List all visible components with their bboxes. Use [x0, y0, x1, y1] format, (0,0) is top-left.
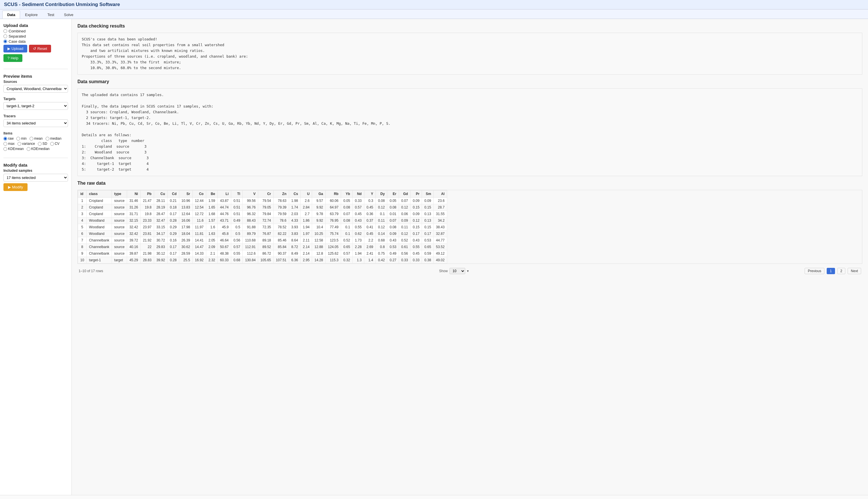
prev-button[interactable]: Previous — [805, 268, 824, 274]
app-title: SCUS - Sediment Contribution Unmixing So… — [4, 2, 864, 8]
items-radio-min[interactable] — [16, 137, 20, 141]
items-radio-max[interactable] — [3, 142, 7, 146]
page-2-button[interactable]: 2 — [837, 268, 846, 274]
included-select[interactable]: 17 items selected — [3, 174, 68, 182]
col-class: class — [87, 191, 112, 198]
main-layout: Upload data Combined Separated Case data… — [0, 19, 868, 495]
col-cd: Cd — [168, 191, 179, 198]
upload-radio-casedata[interactable] — [3, 39, 7, 43]
upload-btn-row: ▶ Upload ↺ Reset ? Help — [3, 45, 68, 62]
items-radio-variance[interactable] — [17, 142, 21, 146]
show-rows: Show 10 25 50 100 ▾ — [439, 268, 469, 274]
upload-options: Combined Separated Case data — [3, 29, 68, 44]
col-yb: Yb — [341, 191, 352, 198]
items-radio-raw[interactable] — [3, 137, 7, 141]
items-section: Items raw min mean median max variance S… — [3, 131, 68, 151]
items-radio-sd[interactable] — [38, 142, 41, 146]
show-label: Show — [439, 269, 448, 273]
modify-section: Modify data Included samples 17 items se… — [3, 162, 68, 191]
help-button[interactable]: ? Help — [3, 54, 22, 62]
nav-tabs: Data Explore Test Solve — [0, 10, 868, 19]
pagination: Previous 1 2 Next — [805, 268, 861, 274]
upload-button[interactable]: ▶ Upload — [3, 45, 27, 52]
items-radio-kdemean[interactable] — [3, 147, 7, 151]
data-checking-text: SCUS's case data has been uploaded! This… — [77, 33, 862, 75]
raw-data-section: The raw data id class type Ni Pb Cu Cd S… — [77, 181, 862, 276]
table-body: 1Croplandsource31.4621.4728.110.2110.961… — [78, 198, 447, 264]
footer: © 2021-2024, LIANG Chen, Institute of Mo… — [0, 495, 868, 499]
col-ga: Ga — [312, 191, 326, 198]
col-tl: Tl — [231, 191, 243, 198]
preview-title: Preview items — [3, 74, 68, 78]
included-label: Included samples — [3, 169, 68, 173]
sources-label: Sources — [3, 80, 68, 84]
table-row: 5Woodlandsource32.4223.9733.150.2917.981… — [78, 224, 447, 231]
tracers-select[interactable]: 34 items selected — [3, 119, 68, 127]
raw-data-table-container: id class type Ni Pb Cu Cd Sr Co Be Li Tl — [77, 190, 862, 264]
col-al: Al — [433, 191, 447, 198]
tab-solve[interactable]: Solve — [59, 11, 78, 19]
col-ni: Ni — [127, 191, 141, 198]
col-rb: Rb — [326, 191, 341, 198]
tab-test[interactable]: Test — [43, 11, 59, 19]
col-zn: Zn — [273, 191, 289, 198]
tab-explore[interactable]: Explore — [20, 11, 43, 19]
table-row: 1Croplandsource31.4621.4728.110.2110.961… — [78, 198, 447, 204]
upload-option-casedata[interactable]: Case data — [3, 39, 68, 44]
show-select[interactable]: 10 25 50 100 — [449, 268, 465, 274]
items-row3: KDEmean KDEmedian — [3, 147, 68, 151]
modify-title: Modify data — [3, 162, 68, 168]
col-id: id — [78, 191, 87, 198]
chevron-down-icon: ▾ — [467, 269, 469, 273]
preview-section: Preview items Sources Cropland, Woodland… — [3, 74, 68, 151]
table-row: 6Woodlandsource32.4223.8134.170.2918.041… — [78, 231, 447, 237]
upload-option-separated[interactable]: Separated — [3, 34, 68, 38]
col-sm: Sm — [422, 191, 433, 198]
col-cu: Cu — [154, 191, 168, 198]
table-row: 10target-1target45.2928.8339.920.2825.51… — [78, 257, 447, 264]
upload-section: Upload data Combined Separated Case data… — [3, 23, 68, 62]
raw-data-table: id class type Ni Pb Cu Cd Sr Co Be Li Tl — [78, 190, 447, 264]
page-1-button[interactable]: 1 — [827, 268, 835, 274]
items-radio-median[interactable] — [46, 137, 49, 141]
data-checking-section: Data checking results SCUS's case data h… — [77, 24, 862, 75]
col-be: Be — [206, 191, 217, 198]
reset-button[interactable]: ↺ Reset — [29, 45, 51, 52]
sources-select[interactable]: Cropland, Woodland, Channelbank — [3, 85, 68, 93]
col-sr: Sr — [179, 191, 192, 198]
col-dy: Dy — [376, 191, 387, 198]
col-y: Y — [364, 191, 375, 198]
upload-option-combined[interactable]: Combined — [3, 29, 68, 33]
table-row: 8Channelbanksource40.162229.830.1730.621… — [78, 244, 447, 251]
table-row: 7Channelbanksource39.7221.9230.720.1626.… — [78, 237, 447, 244]
content: Data checking results SCUS's case data h… — [72, 19, 868, 495]
app-header: SCUS - Sediment Contribution Unmixing So… — [0, 0, 868, 10]
col-cs: Cs — [289, 191, 300, 198]
rows-info: 1–10 of 17 rows — [79, 269, 103, 273]
col-pr: Pr — [410, 191, 422, 198]
items-radio-kdemedian[interactable] — [27, 147, 31, 151]
data-summary-section: Data summary The uploaded data contains … — [77, 79, 862, 176]
items-label: Items — [3, 131, 68, 135]
targets-label: Targets — [3, 97, 68, 101]
upload-radio-combined[interactable] — [3, 29, 7, 33]
data-summary-title: Data summary — [77, 79, 862, 85]
sidebar: Upload data Combined Separated Case data… — [0, 19, 72, 495]
data-checking-title: Data checking results — [77, 24, 862, 30]
col-er: Er — [387, 191, 399, 198]
col-co: Co — [192, 191, 206, 198]
items-radio-cv[interactable] — [50, 142, 54, 146]
col-li: Li — [218, 191, 231, 198]
modify-btn-row: ▶ Modify — [3, 182, 68, 191]
upload-radio-separated[interactable] — [3, 34, 7, 38]
targets-select[interactable]: target-1, target-2 — [3, 102, 68, 110]
table-header: id class type Ni Pb Cu Cd Sr Co Be Li Tl — [78, 191, 447, 198]
modify-button[interactable]: ▶ Modify — [3, 183, 27, 191]
next-button[interactable]: Next — [848, 268, 861, 274]
table-row: 3Croplandsource31.7119.828.470.1712.6412… — [78, 211, 447, 217]
tab-data[interactable]: Data — [2, 11, 20, 19]
upload-title: Upload data — [3, 23, 68, 28]
table-footer: 1–10 of 17 rows Show 10 25 50 100 ▾ Prev… — [77, 266, 862, 276]
items-row2: max variance SD CV — [3, 142, 68, 146]
items-radio-mean[interactable] — [29, 137, 33, 141]
